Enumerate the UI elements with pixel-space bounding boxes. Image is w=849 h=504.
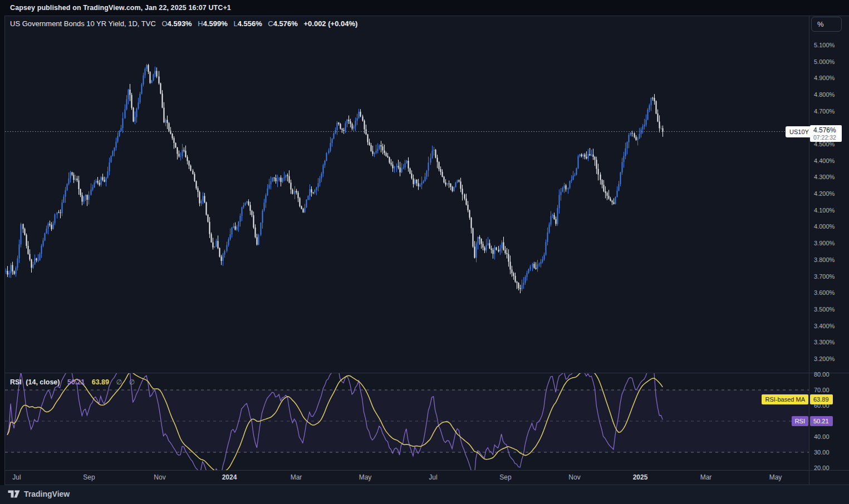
ohlc-close-value: 4.576% bbox=[273, 19, 298, 28]
hidden-value-icon[interactable]: ∅ bbox=[129, 378, 134, 386]
bar-countdown: 07:22:32 bbox=[813, 134, 842, 141]
ohlc-change: +0.002 (+0.04%) bbox=[303, 19, 357, 28]
ohlc-low-value: 4.556% bbox=[238, 19, 262, 28]
ohlc-open-value: 4.593% bbox=[168, 19, 192, 28]
symbol-price-pill: US10Y bbox=[786, 126, 813, 137]
footer-bar: TradingView bbox=[0, 485, 849, 504]
rsi-legend[interactable]: RSI (14, close) 50.21 63.89 ∅ ∅ bbox=[10, 378, 135, 386]
price-scale-unit-button[interactable]: % bbox=[811, 17, 842, 32]
rsi-badge: RSI bbox=[792, 416, 808, 426]
rsi-ma-current-value: 63.89 bbox=[92, 378, 109, 386]
ohlc-close-label: C bbox=[268, 19, 273, 28]
chart-pane[interactable] bbox=[4, 16, 809, 470]
ohlc-high-label: H bbox=[198, 19, 203, 28]
current-price-label: 4.576% 07:22:32 bbox=[810, 125, 842, 142]
current-price-value: 4.576% bbox=[813, 126, 842, 134]
rsi-ma-badge-value: 63.89 bbox=[810, 394, 833, 404]
rsi-current-value: 50.21 bbox=[67, 378, 85, 386]
symbol-title[interactable]: US Government Bonds 10 YR Yield, 1D, TVC bbox=[10, 19, 156, 28]
ohlc-high-value: 4.599% bbox=[203, 19, 228, 28]
published-text: Capsey published on TradingView.com, Jan… bbox=[10, 4, 231, 12]
published-bar: Capsey published on TradingView.com, Jan… bbox=[0, 0, 849, 16]
hidden-value-icon[interactable]: ∅ bbox=[116, 378, 121, 386]
tradingview-logo-icon bbox=[8, 490, 20, 498]
tradingview-brand-link[interactable]: TradingView bbox=[8, 490, 70, 498]
symbol-legend[interactable]: US Government Bonds 10 YR Yield, 1D, TVC… bbox=[10, 19, 357, 28]
rsi-title[interactable]: RSI bbox=[10, 378, 22, 386]
tradingview-brand-text: TradingView bbox=[24, 490, 70, 498]
ohlc-open-label: O bbox=[161, 19, 167, 28]
rsi-ma-badge: RSI-based MA bbox=[762, 394, 808, 404]
time-axis[interactable] bbox=[4, 470, 809, 485]
rsi-params: (14, close) bbox=[26, 378, 60, 386]
rsi-badge-value: 50.21 bbox=[810, 416, 833, 426]
ohlc-low-label: L bbox=[233, 19, 237, 28]
